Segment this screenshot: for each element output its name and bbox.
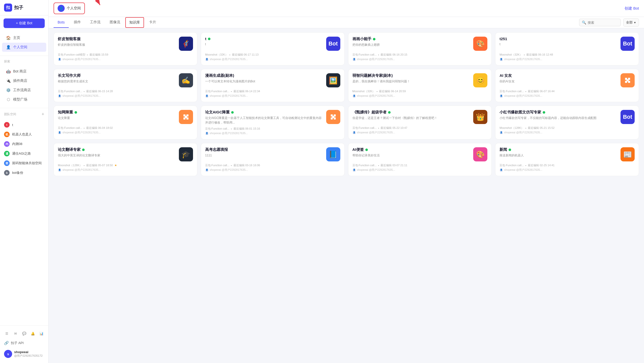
nav-workflow-store-label: 工作流商店 xyxy=(13,88,31,92)
team-bianma[interactable]: 斑 斑码智能体共创空间 xyxy=(0,158,48,168)
notification-icon[interactable]: 🔔 xyxy=(30,330,36,337)
card-author-1: 👤 shopeeai @用户2292817635... xyxy=(205,57,340,61)
card-edited-7: 最近编辑 06-07 16:44 xyxy=(528,89,555,93)
puzzle-icon xyxy=(623,76,632,85)
card-meta-5: 豆包·Function call... • 最近编辑 06-14 22:34 xyxy=(205,89,340,93)
card-author-0: 👤 shopeeai @用户2292817635... xyxy=(58,57,193,61)
nav-plugin-store[interactable]: 🔌 插件商店 xyxy=(2,76,46,85)
api-link[interactable]: 🔗 扣子 API xyxy=(0,339,48,347)
team-internal[interactable]: 内 内测08 xyxy=(0,139,48,149)
team-t[interactable]: t t xyxy=(0,120,48,130)
card-9[interactable]: 论文AIGC降重 论文AIGC降重是一款基于人工智能技术的论文降重工具，可自动检… xyxy=(201,106,345,139)
card-author-6: 👤 shopeeai @用户2292817635... xyxy=(352,94,488,98)
sidebar: 扣 扣子 + 创建 Bot 🏠 主页 👤 个人空间 探索 🤖 Bot 商店 🔌 … xyxy=(0,0,49,363)
card-desc-7: 你的AI女友 xyxy=(499,79,618,84)
tab-cards[interactable]: 卡片 xyxy=(145,17,160,28)
nav-personal-label: 个人空间 xyxy=(13,45,27,50)
verified-badge-15 xyxy=(509,149,511,151)
card-4[interactable]: 长文写作大师 根据您的需求生成长文 ✍️ 豆包·Function call...… xyxy=(54,69,197,102)
card-dot-10: • xyxy=(378,127,379,130)
card-14[interactable]: AI便签 帮助你记录美好生活 🎨 豆包·Function call... • 最… xyxy=(348,143,492,176)
chat-icon[interactable]: 💬 xyxy=(21,330,27,337)
app-logo-icon: 扣 xyxy=(4,4,12,12)
card-model-8: 豆包·Function call... xyxy=(58,126,82,130)
tab-plugins[interactable]: 插件 xyxy=(70,17,85,28)
card-header-8: 知网降重 论文降重 xyxy=(58,110,193,124)
team-internal-avatar: 内 xyxy=(4,141,10,147)
card-dot-15: • xyxy=(525,164,526,167)
card-1[interactable]: t t Bot Moonshot（32K） • 最近编辑 06-17 11:13… xyxy=(201,32,345,65)
card-13[interactable]: 高考志愿填报 1111 📘 豆包·Function call... • 最近编辑… xyxy=(201,143,345,176)
card-dot-11: • xyxy=(525,127,526,130)
card-edited-14: 最近编辑 03-07 21:11 xyxy=(380,163,407,167)
team-robot-avatar: 机 xyxy=(4,132,10,137)
user-info[interactable]: s shopeeai @用户2292817635172 xyxy=(0,347,48,360)
search-icon: 🔍 xyxy=(582,20,586,25)
create-bot-sidebar-button[interactable]: + 创建 Bot xyxy=(4,18,45,28)
card-0[interactable]: 虾皮智能客服 虾皮的微信智能客服 🦸 豆包·Function call模型 • … xyxy=(54,32,197,65)
card-meta-13: 豆包·Function call... • 最近编辑 03-16 16:06 xyxy=(205,163,340,167)
card-desc-0: 虾皮的微信智能客服 xyxy=(58,42,177,47)
card-15[interactable]: 新闻 推送新闻的机器人 📰 豆包·Function call... • 最近编辑… xyxy=(495,143,639,176)
filter-dropdown[interactable]: 全部 ▼ xyxy=(623,18,639,27)
search-box[interactable]: 🔍 xyxy=(579,19,621,26)
menu-icon[interactable]: ☰ xyxy=(4,330,10,337)
card-author-7: 👤 shopeeai @用户2292817635... xyxy=(499,94,635,98)
nav-bot-store[interactable]: 🤖 Bot 商店 xyxy=(2,67,46,76)
team-bot-backup[interactable]: b bot备份 xyxy=(0,168,48,178)
card-2[interactable]: 画画小能手 把你的想象插上翅膀 🎨 豆包·Function call... • … xyxy=(348,32,492,65)
stats-icon[interactable]: 📊 xyxy=(38,330,45,337)
tab-image-flows[interactable]: 图像流 xyxy=(106,17,124,28)
tab-workflows[interactable]: 工作流 xyxy=(86,17,105,28)
nav-personal-space[interactable]: 👤 个人空间 xyxy=(2,43,46,52)
filter-label: 全部 xyxy=(626,20,633,25)
card-desc-14: 帮助你记录美好生活 xyxy=(352,153,471,158)
model-icon: ⬡ xyxy=(6,97,11,102)
card-3[interactable]: t251 t Bot Moonshot（32K） • 最近编辑 06-16 12… xyxy=(495,32,639,65)
card-info-9: 论文AIGC降重 论文AIGC降重是一款基于人工智能技术的论文降重工具，可自动检… xyxy=(205,110,324,125)
add-team-button[interactable]: + xyxy=(41,112,44,117)
card-avatar-3: Bot xyxy=(621,37,635,51)
card-desc-10: 你是学徒，还是王者？测试一下你对《甄嬛传》的了解程度吧！ xyxy=(352,116,471,120)
card-info-12: 论文翻译专家 强大的中英互译的论文翻译专家 xyxy=(58,147,177,158)
team-agi[interactable]: 通 通往AGI之路 xyxy=(0,149,48,158)
card-header-12: 论文翻译专家 强大的中英互译的论文翻译专家 🎓 xyxy=(58,147,193,161)
card-8[interactable]: 知网降重 论文降重 豆包·Function call... • 最近编辑 06-… xyxy=(54,106,197,139)
card-avatar-13: 📘 xyxy=(326,147,340,161)
card-desc-13: 1111 xyxy=(205,153,324,158)
nav-workflow-store[interactable]: ⚙️ 工作流商店 xyxy=(2,86,46,95)
card-6[interactable]: 弱智问题解决专家(副本) 是的，我在挑衅你！请向我提问弱智问题！ 😊 Moons… xyxy=(348,69,492,102)
divider-2 xyxy=(0,108,48,108)
card-11[interactable]: 小红书爆款图文仿写专家 小红书爆款仿写专家，不仅能仿写标题内容，还能自动跟联内容… xyxy=(495,106,639,139)
author-icon-11: 👤 xyxy=(499,131,503,134)
tab-bots[interactable]: Bots xyxy=(54,17,69,28)
nav-model-plaza[interactable]: ⬡ 模型广场 xyxy=(2,95,46,104)
card-dot-8: • xyxy=(84,127,85,130)
card-meta-4: 豆包·Function call... • 最近编辑 06-15 14:28 xyxy=(58,89,193,93)
card-avatar-6: 😊 xyxy=(473,73,487,87)
tab-knowledge[interactable]: 知识库 xyxy=(125,17,144,28)
create-bot-top-button[interactable]: 创建 Bot xyxy=(625,6,639,11)
card-author-name-0: shopeeai @用户2292817635... xyxy=(62,57,101,61)
card-edited-5: 最近编辑 06-14 22:34 xyxy=(233,89,260,93)
card-7[interactable]: AI 女友 你的AI女友 豆包·Function call... • 最近编辑 … xyxy=(495,69,639,102)
personal-space-button[interactable]: 👤 个人空间 xyxy=(54,3,85,14)
card-12[interactable]: 论文翻译专家 强大的中英互译的论文翻译专家 🎓 Moonshot（128K） •… xyxy=(54,143,197,176)
card-5[interactable]: 漫画生成器(副本) 一个可以将文本转化为漫画图片的Bot 🖼️ 豆包·Funct… xyxy=(201,69,345,102)
mail-icon[interactable]: ✉ xyxy=(12,330,19,337)
card-header-0: 虾皮智能客服 虾皮的微信智能客服 🦸 xyxy=(58,37,193,51)
card-dot-3: • xyxy=(524,53,525,56)
card-meta-2: 豆包·Function call... • 最近编辑 06-16 20:15 xyxy=(352,53,488,57)
verified-badge-2 xyxy=(373,38,375,40)
nav-home[interactable]: 🏠 主页 xyxy=(2,33,46,42)
card-10[interactable]: 《甄嬛传》超级学者 你是学徒，还是王者？测试一下你对《甄嬛传》的了解程度吧！ 👑… xyxy=(348,106,492,139)
team-robot[interactable]: 机 机器人也是人 xyxy=(0,130,48,139)
bottom-icons-bar: ☰ ✉ 💬 🔔 📊 xyxy=(0,328,48,339)
card-footer-5: 豆包·Function call... • 最近编辑 06-14 22:34 👤… xyxy=(205,89,340,98)
team-robot-label: 机器人也是人 xyxy=(12,132,32,137)
search-input[interactable] xyxy=(588,21,618,25)
verified-badge-10 xyxy=(388,111,391,114)
card-author-3: 👤 shopeeai @用户2292817635... xyxy=(499,57,635,61)
team-agi-label: 通往AGI之路 xyxy=(12,151,31,156)
card-title-11: 小红书爆款图文仿写专家 xyxy=(499,110,618,115)
